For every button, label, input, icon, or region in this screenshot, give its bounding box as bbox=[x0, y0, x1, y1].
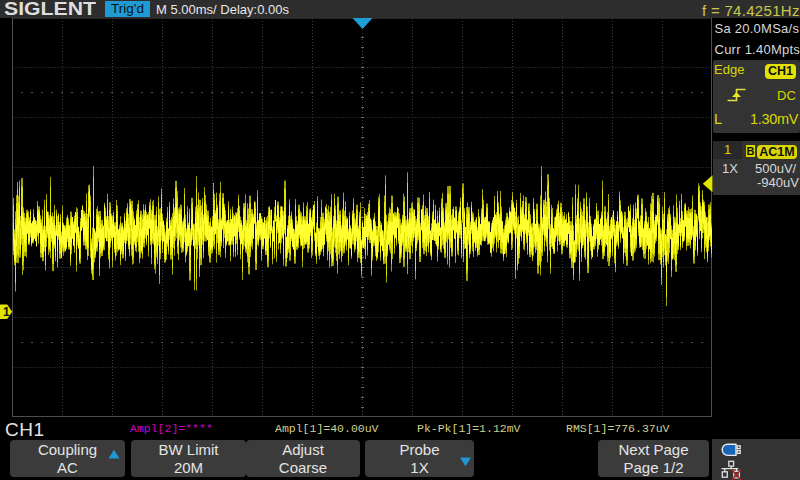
svg-text:1: 1 bbox=[3, 305, 10, 319]
